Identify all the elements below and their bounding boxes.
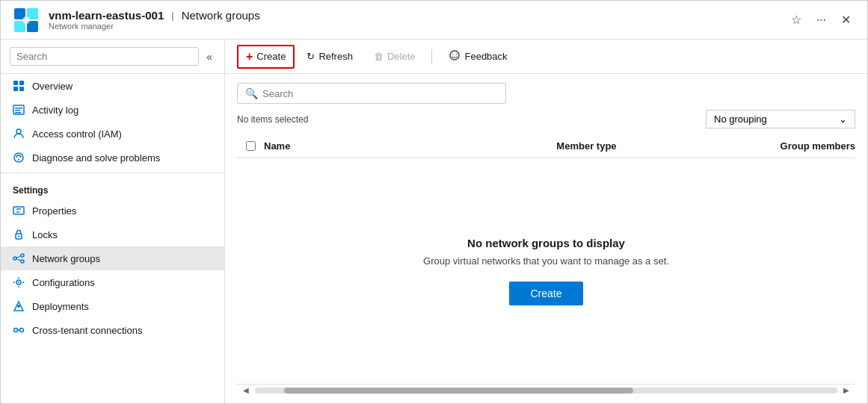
content-area: + Create ↻ Refresh 🗑 Delete <box>225 40 867 404</box>
page-title: Network groups <box>182 9 260 22</box>
create-button[interactable]: + Create <box>237 45 295 69</box>
sidebar-search-area: « <box>1 40 224 74</box>
grouping-dropdown[interactable]: No grouping ⌄ <box>706 110 855 128</box>
delete-icon: 🗑 <box>374 51 384 62</box>
sidebar-item-diagnose[interactable]: Diagnose and solve problems <box>1 146 224 170</box>
properties-icon <box>13 205 25 217</box>
select-all-checkbox[interactable] <box>246 141 256 151</box>
deployments-icon <box>13 300 25 312</box>
sidebar-item-overview[interactable]: Overview <box>1 74 224 98</box>
empty-state-description: Group virtual networks that you want to … <box>423 255 669 267</box>
svg-line-25 <box>16 259 21 261</box>
search-icon: 🔍 <box>245 87 258 99</box>
feedback-button[interactable]: Feedback <box>440 44 516 69</box>
sidebar-item-label: Diagnose and solve problems <box>32 152 160 164</box>
scroll-right-arrow[interactable]: ▶ <box>840 386 852 394</box>
delete-label: Delete <box>387 51 416 62</box>
network-groups-icon <box>13 252 25 264</box>
sidebar-item-label: Configurations <box>32 277 95 288</box>
delete-button[interactable]: 🗑 Delete <box>365 46 425 67</box>
main-layout: « Overview <box>1 40 867 404</box>
header-title-group: vnm-learn-eastus-001 | Network groups Ne… <box>49 9 260 31</box>
svg-point-33 <box>17 305 20 308</box>
empty-state: No network groups to display Group virtu… <box>237 158 855 384</box>
svg-point-21 <box>13 257 16 260</box>
no-items-selected-text: No items selected <box>237 114 308 125</box>
col-header-member-type: Member type <box>479 140 695 152</box>
sidebar: « Overview <box>1 40 225 404</box>
favorite-button[interactable]: ☆ <box>787 10 806 30</box>
collapse-sidebar-button[interactable]: « <box>203 48 215 66</box>
sidebar-item-label: Locks <box>32 229 58 240</box>
sidebar-item-access-control[interactable]: Access control (IAM) <box>1 122 224 146</box>
svg-point-39 <box>456 54 458 55</box>
content-search-input[interactable] <box>262 88 498 99</box>
sidebar-item-locks[interactable]: Locks <box>1 223 224 246</box>
svg-point-35 <box>20 329 24 332</box>
svg-point-22 <box>21 254 24 257</box>
sidebar-nav: Overview Activity log <box>1 74 224 404</box>
sidebar-item-label: Deployments <box>32 301 89 312</box>
svg-point-4 <box>22 16 30 24</box>
svg-point-37 <box>450 51 459 60</box>
sidebar-item-activity-log[interactable]: Activity log <box>1 98 224 122</box>
table-container: Name Member type Group members No networ… <box>237 134 855 384</box>
access-control-icon <box>13 128 25 140</box>
diagnose-icon <box>13 152 25 164</box>
configurations-icon <box>13 276 25 288</box>
sidebar-item-label: Cross-tenant connections <box>32 325 142 336</box>
scroll-track[interactable] <box>255 388 837 394</box>
svg-rect-6 <box>19 81 24 85</box>
scroll-thumb[interactable] <box>284 388 633 394</box>
svg-line-24 <box>16 256 21 258</box>
svg-rect-8 <box>19 87 24 91</box>
sidebar-item-cross-tenant[interactable]: Cross-tenant connections <box>1 318 224 342</box>
sidebar-item-label: Access control (IAM) <box>32 128 122 140</box>
svg-rect-16 <box>13 207 24 214</box>
empty-state-title: No network groups to display <box>467 237 625 249</box>
chevron-down-icon: ⌄ <box>839 114 847 125</box>
close-button[interactable]: ✕ <box>837 10 855 30</box>
resource-type-label: Network manager <box>49 22 260 31</box>
sidebar-item-label: Properties <box>32 205 76 217</box>
section-divider <box>1 173 224 173</box>
svg-rect-12 <box>15 112 21 114</box>
sidebar-item-properties[interactable]: Properties <box>1 199 224 223</box>
resource-name: vnm-learn-eastus-001 <box>49 9 164 22</box>
empty-state-create-button[interactable]: Create <box>509 282 582 305</box>
cross-tenant-icon <box>13 324 25 336</box>
svg-rect-5 <box>13 81 18 85</box>
svg-point-23 <box>21 260 24 263</box>
refresh-button[interactable]: ↻ Refresh <box>298 46 362 67</box>
header-separator: | <box>171 10 173 21</box>
content-search-bar[interactable]: 🔍 <box>237 83 506 104</box>
create-label: Create <box>256 51 286 62</box>
sidebar-item-configurations[interactable]: Configurations <box>1 270 224 294</box>
horizontal-scrollbar[interactable]: ◀ ▶ <box>237 384 855 396</box>
toolbar: + Create ↻ Refresh 🗑 Delete <box>225 40 867 74</box>
col-header-name: Name <box>264 140 479 152</box>
col-header-group-members: Group members <box>694 140 855 152</box>
sidebar-search-input[interactable] <box>10 47 199 66</box>
sidebar-item-label: Network groups <box>32 253 100 264</box>
svg-rect-10 <box>15 108 22 109</box>
header-checkbox-cell[interactable] <box>237 141 264 151</box>
svg-point-15 <box>18 159 19 161</box>
scroll-left-arrow[interactable]: ◀ <box>240 386 252 394</box>
header-actions: ☆ ··· ✕ <box>787 10 855 30</box>
svg-point-27 <box>18 282 19 283</box>
status-bar: No items selected No grouping ⌄ <box>237 110 855 128</box>
create-plus-icon: + <box>246 50 253 63</box>
sidebar-item-network-groups[interactable]: Network groups <box>1 246 224 270</box>
svg-point-13 <box>16 129 21 134</box>
more-options-button[interactable]: ··· <box>812 10 831 30</box>
svg-point-14 <box>14 153 23 162</box>
content-body: 🔍 No items selected No grouping ⌄ Name <box>225 74 867 404</box>
grouping-label: No grouping <box>714 114 767 125</box>
sidebar-item-deployments[interactable]: Deployments <box>1 294 224 318</box>
toolbar-divider <box>431 49 432 64</box>
svg-rect-7 <box>13 87 18 91</box>
settings-section-header: Settings <box>1 176 224 199</box>
table-header: Name Member type Group members <box>237 134 855 158</box>
overview-icon <box>13 80 25 92</box>
